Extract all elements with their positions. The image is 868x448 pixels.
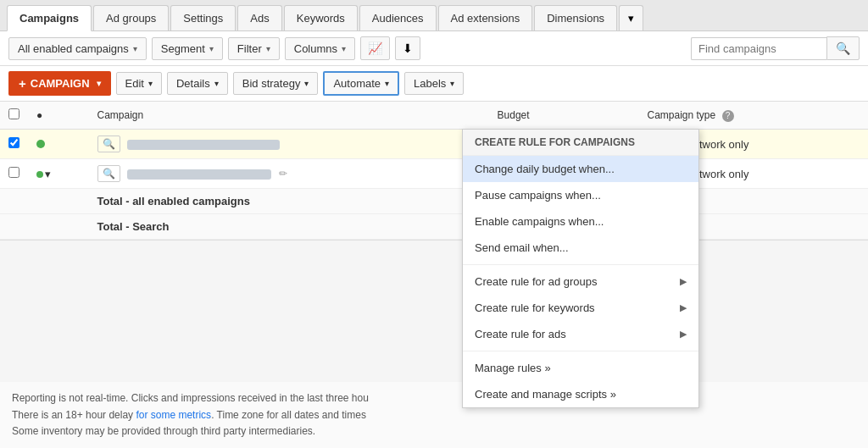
tab-adextensions[interactable]: Ad extensions	[438, 5, 533, 30]
plus-icon: +	[19, 76, 26, 91]
tab-adgroups[interactable]: Ad groups	[93, 5, 169, 30]
dropdown-item-pause[interactable]: Pause campaigns when...	[463, 182, 698, 208]
search-box: 🔍	[691, 36, 860, 60]
search-small-icon2[interactable]: 🔍	[97, 165, 120, 182]
dropdown-item-change-budget[interactable]: Change daily budget when...	[463, 156, 698, 182]
columns-dropdown[interactable]: Columns ▾	[285, 37, 355, 60]
tab-campaigns[interactable]: Campaigns	[7, 5, 92, 31]
campaign-dropdown-arrow: ▾	[97, 79, 101, 88]
tab-settings[interactable]: Settings	[170, 5, 236, 30]
campaigns-table: ● Campaign Budget Campaign type ? 🔍	[0, 102, 868, 241]
toolbar-row: All enabled campaigns ▾ Segment ▾ Filter…	[0, 31, 868, 66]
dropdown-item-manage-scripts[interactable]: Create and manage scripts »	[463, 381, 698, 407]
select-all-checkbox[interactable]	[8, 108, 19, 119]
dropdown-item-email[interactable]: Send email when...	[463, 235, 698, 261]
segment-dropdown[interactable]: Segment ▾	[152, 37, 223, 60]
row2-campaign-cell: 🔍 ✏	[89, 159, 489, 189]
filter-btn-arrow: ▾	[266, 44, 270, 53]
edit-dropdown[interactable]: Edit ▾	[116, 72, 162, 95]
add-campaign-button[interactable]: + CAMPAIGN ▾	[8, 71, 111, 96]
edit-campaign-icon[interactable]: ✏	[279, 168, 287, 180]
dropdown-divider-1	[463, 264, 698, 265]
labels-dropdown[interactable]: Labels ▾	[404, 72, 464, 95]
status-header: ●	[28, 102, 89, 130]
row1-checkbox-cell	[0, 130, 28, 159]
campaign-header: Campaign	[89, 102, 489, 130]
automate-dropdown-menu: CREATE RULE FOR CAMPAIGNS Change daily b…	[462, 129, 699, 408]
dropdown-item-adgroups-rule[interactable]: Create rule for ad groups ▶	[463, 268, 698, 295]
budget-header: Budget	[489, 102, 639, 130]
status-dot-active	[36, 140, 45, 148]
submenu-arrow-keywords: ▶	[680, 302, 687, 313]
total-row-all: Total - all enabled campaigns	[0, 189, 868, 214]
row2-status: ▾	[28, 159, 89, 189]
tab-ads[interactable]: Ads	[237, 5, 281, 30]
bid-strategy-dropdown[interactable]: Bid strategy ▾	[233, 72, 319, 95]
table-row: ▾ 🔍 ✏ $25.00/day Search Network only	[0, 159, 868, 189]
labels-arrow: ▾	[450, 79, 454, 88]
dropdown-item-enable[interactable]: Enable campaigns when...	[463, 208, 698, 235]
row1-checkbox[interactable]	[8, 137, 19, 148]
tab-more-button[interactable]: ▾	[619, 5, 643, 30]
row2-checkbox[interactable]	[8, 167, 19, 178]
tab-keywords[interactable]: Keywords	[284, 5, 358, 30]
columns-dropdown-arrow: ▾	[342, 44, 346, 53]
details-dropdown[interactable]: Details ▾	[167, 72, 228, 95]
footer-line3: Some inventory may be provided through t…	[12, 423, 856, 440]
search-small-icon[interactable]: 🔍	[97, 136, 120, 152]
bid-arrow: ▾	[304, 79, 309, 88]
total-row-search: Total - Search $203.57/	[0, 214, 868, 240]
tab-audiences[interactable]: Audiences	[359, 5, 437, 30]
submenu-arrow-ads: ▶	[680, 329, 687, 340]
action-bar: + CAMPAIGN ▾ Edit ▾ Details ▾ Bid strate…	[0, 66, 868, 102]
segment-dropdown-arrow: ▾	[209, 44, 214, 53]
search-button[interactable]: 🔍	[826, 36, 860, 60]
status-dot-active2	[36, 171, 43, 178]
details-arrow: ▾	[214, 79, 219, 88]
table-row: 🔍 $178.57/day Search Network only	[0, 130, 868, 159]
row1-status	[28, 130, 89, 159]
row1-campaign-name	[127, 140, 280, 150]
row2-campaign-name	[127, 169, 271, 180]
total-search-label: Total - Search	[89, 214, 489, 240]
download-icon-btn[interactable]: ⬇	[395, 36, 420, 60]
dropdown-item-ads-rule[interactable]: Create rule for ads ▶	[463, 321, 698, 347]
footer-link[interactable]: for some metrics	[136, 409, 211, 421]
campaign-type-help[interactable]: ?	[722, 110, 734, 122]
total-all-label: Total - all enabled campaigns	[89, 189, 489, 214]
search-input[interactable]	[691, 37, 826, 60]
edit-arrow: ▾	[148, 79, 153, 88]
row2-checkbox-cell	[0, 159, 28, 189]
campaign-type-header: Campaign type ?	[639, 102, 869, 130]
filter-dropdown-arrow: ▾	[133, 44, 137, 53]
filter-dropdown[interactable]: Filter ▾	[228, 37, 280, 60]
dropdown-divider-2	[463, 351, 698, 351]
footer-line2: There is an 18+ hour delay for some metr…	[12, 407, 856, 423]
chart-icon-btn[interactable]: 📈	[360, 36, 390, 60]
tab-dimensions[interactable]: Dimensions	[534, 5, 617, 30]
submenu-arrow-adgroups: ▶	[680, 276, 687, 287]
dropdown-header: CREATE RULE FOR CAMPAIGNS	[463, 130, 698, 156]
dropdown-item-keywords-rule[interactable]: Create rule for keywords ▶	[463, 295, 698, 321]
dropdown-item-manage-rules[interactable]: Manage rules »	[463, 355, 698, 381]
footer-line1: Reporting is not real-time. Clicks and i…	[12, 390, 856, 407]
tab-bar: Campaigns Ad groups Settings Ads Keyword…	[0, 0, 868, 31]
select-all-header	[0, 102, 28, 130]
filter-campaigns-dropdown[interactable]: All enabled campaigns ▾	[8, 37, 147, 60]
footer-note: Reporting is not real-time. Clicks and i…	[0, 382, 868, 448]
automate-dropdown[interactable]: Automate ▾	[323, 71, 399, 96]
automate-arrow: ▾	[385, 79, 389, 88]
row1-campaign-cell: 🔍	[89, 130, 489, 159]
